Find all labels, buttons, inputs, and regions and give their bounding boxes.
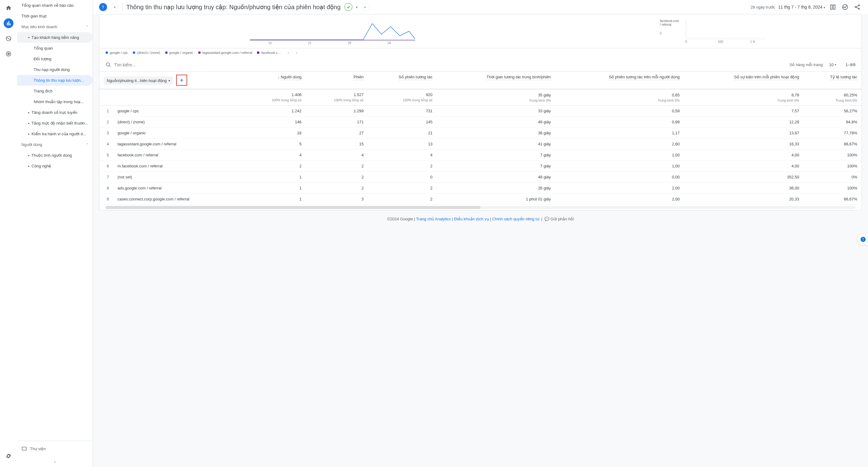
table-row[interactable]: 7(not set)12048 giây0,00352,500% [99, 172, 862, 183]
status-check-icon[interactable] [344, 3, 352, 11]
table-row[interactable]: 1google / cpc1.2421.29973133 giây0,597,5… [99, 106, 862, 117]
footer-privacy[interactable]: Chính sách quyền riêng tư [492, 217, 539, 221]
bar-chart: facebook.com / referral 0 0 500 1 N [571, 18, 856, 45]
sidebar-section-business[interactable]: Mục tiêu kinh doanh⌃ [17, 22, 93, 32]
legend-label: facebook.c... [261, 51, 280, 55]
legend-label: tagassistant.google.com / referral [203, 51, 252, 55]
settings-icon[interactable] [4, 451, 13, 461]
sidebar-audience[interactable]: Đối tượng [17, 54, 93, 64]
svg-point-10 [859, 8, 860, 9]
legend-item[interactable]: facebook.c... [257, 51, 280, 55]
horizontal-scrollbar[interactable] [105, 206, 856, 209]
chevron-right-icon: ▸ [28, 111, 30, 114]
dimension-picker[interactable]: Nguồn/phương ti...hiên hoạt động ▾ [104, 77, 173, 85]
table-row[interactable]: 5facebook.com / referral4447 giây1,004,0… [99, 150, 862, 160]
footer-terms[interactable]: Điều khoản dịch vụ [454, 217, 489, 221]
footer-analytics-home[interactable]: Trang chủ Analytics [416, 217, 451, 221]
col-engaged[interactable]: Số phiên tương tác [368, 71, 437, 89]
chevron-right-icon: ▸ [28, 132, 30, 136]
table-row[interactable]: 9cases.connect.corp.google.com / referra… [99, 194, 862, 205]
svg-text:thg: thg [268, 45, 273, 45]
sidebar-user-attributes[interactable]: ▸Thuộc tính người dùng [17, 150, 93, 160]
legend-item[interactable]: google / cpc [105, 51, 128, 55]
table-row[interactable]: 3google / organic18272136 giây1,1713,677… [99, 127, 862, 139]
report-card: 14 thg 21 28 04 facebook.com / referral … [99, 14, 862, 210]
add-dimension-button[interactable]: + [176, 75, 187, 86]
legend-item[interactable]: tagassistant.google.com / referral [198, 51, 252, 55]
floating-insights-button[interactable] [857, 233, 868, 245]
sidebar-library[interactable]: Thư viện [17, 441, 93, 456]
sidebar-library-label: Thư viện [30, 446, 45, 451]
svg-text:/ referral: / referral [660, 23, 671, 26]
explore-icon[interactable] [4, 34, 13, 43]
sidebar-section-users[interactable]: Người dùng⌃ [17, 139, 93, 150]
share-icon[interactable] [853, 2, 862, 11]
add-comparison-button[interactable]: + [361, 3, 369, 11]
col-sessions[interactable]: Phiên [306, 71, 368, 89]
legend-dot [257, 51, 259, 54]
collapse-sidebar-button[interactable]: ‹ [17, 456, 93, 467]
legend-prev[interactable]: ‹ [288, 51, 289, 55]
add-tab-button[interactable]: + [111, 3, 119, 11]
sidebar-quick-overview[interactable]: Tổng quan nhanh về báo cáo [17, 0, 93, 11]
totals-row: 1.406100% trong tổng số 1.527100% trong … [99, 89, 862, 106]
chevron-down-icon[interactable]: ▾ [356, 5, 358, 9]
sidebar-realtime[interactable]: Thời gian thực [17, 11, 93, 22]
legend-label: google / cpc [110, 51, 128, 55]
table-toolbar: Số hàng mỗi trang: 10 ▾ 1–9/9 [99, 58, 862, 71]
col-events-per[interactable]: Số sự kiện trên mỗi phiên hoạt động [684, 71, 803, 89]
legend-item[interactable]: (direct) / (none) [133, 51, 160, 55]
sidebar-technology[interactable]: ▸Công nghệ [17, 160, 93, 171]
sidebar-landing[interactable]: Trang đích [17, 86, 93, 96]
sidebar-traffic-acquisition[interactable]: Thông tin thu nạp lưu lượn... [17, 75, 93, 86]
footer-feedback[interactable]: 💬 Gửi phản hồi [545, 217, 574, 221]
sidebar-user-acquisition[interactable]: Thu nạp người dùng [17, 64, 93, 75]
col-eng-per-user[interactable]: Số phiên tương tác trên mỗi người dùng [555, 71, 684, 89]
sidebar-brand-awareness[interactable]: ▸Tăng mức độ nhận biết thươn... [17, 118, 93, 128]
svg-rect-4 [22, 447, 26, 450]
svg-point-3 [8, 54, 9, 54]
date-range-picker[interactable]: 11 thg 7 - 7 thg 8, 2024 ▾ [778, 5, 825, 9]
sidebar-grow-sales[interactable]: ▸Tăng doanh số trực tuyến [17, 107, 93, 118]
tab-pill[interactable]: T [99, 3, 107, 11]
sidebar-cohort[interactable]: Nhóm thuần tập trong hoạ... [17, 96, 93, 107]
svg-text:04: 04 [388, 41, 391, 45]
sidebar-check-behavior[interactable]: ▸Kiểm tra hành vi của người d... [17, 128, 93, 139]
library-icon [22, 446, 27, 451]
sidebar: Tổng quan nhanh về báo cáo Thời gian thự… [17, 0, 93, 467]
advertising-icon[interactable] [4, 49, 13, 59]
sidebar-item-label: Tăng doanh số trực tuyến [31, 110, 78, 115]
svg-text:0: 0 [685, 40, 687, 43]
search-input[interactable] [114, 62, 787, 67]
home-icon[interactable] [4, 3, 13, 13]
insights-icon[interactable] [840, 2, 850, 11]
chevron-right-icon: ▸ [28, 154, 30, 157]
svg-text:facebook.com: facebook.com [660, 19, 679, 23]
col-avg-time[interactable]: Thời gian tương tác trung bình/phiên [437, 71, 555, 89]
legend-dot [105, 51, 108, 54]
chevron-right-icon: ▸ [28, 121, 30, 125]
svg-point-8 [855, 6, 857, 8]
col-users[interactable]: ↓ Người dùng [244, 71, 306, 89]
reports-icon[interactable] [4, 18, 13, 28]
page-header: T + Thông tin thu nạp lưu lượng truy cập… [93, 0, 868, 14]
svg-point-25 [106, 63, 110, 66]
compare-icon[interactable] [828, 2, 837, 11]
sidebar-item-label: Tạo khách hàng tiềm năng [31, 35, 79, 40]
sidebar-overview[interactable]: Tổng quan [17, 43, 93, 54]
col-eng-rate[interactable]: Tỷ lệ tương tác [803, 71, 862, 89]
legend-item[interactable]: google / organic [165, 51, 193, 55]
table-row[interactable]: 4tagassistant.google.com / referral51513… [99, 139, 862, 150]
plus-icon: + [180, 77, 183, 84]
divider [122, 2, 123, 11]
rows-per-page-select[interactable]: 10 ▾ [827, 61, 839, 68]
table-row[interactable]: 8ads.google.com / referral12226 giây2,00… [99, 183, 862, 194]
table-row[interactable]: 2(direct) / (none)14617114548 giây0,9912… [99, 117, 862, 127]
sidebar-lead-gen[interactable]: ▾Tạo khách hàng tiềm năng [17, 32, 93, 43]
sidebar-item-label: Thuộc tính người dùng [31, 153, 72, 157]
page-footer: ©2024 Google | Trang chủ Analytics | Điề… [99, 210, 862, 227]
table-row[interactable]: 6m.facebook.com / referral2227 giây1,004… [99, 160, 862, 172]
legend-next[interactable]: › [297, 51, 298, 55]
chart-legend: google / cpc(direct) / (none)google / or… [99, 48, 862, 58]
nav-rail [0, 0, 17, 467]
